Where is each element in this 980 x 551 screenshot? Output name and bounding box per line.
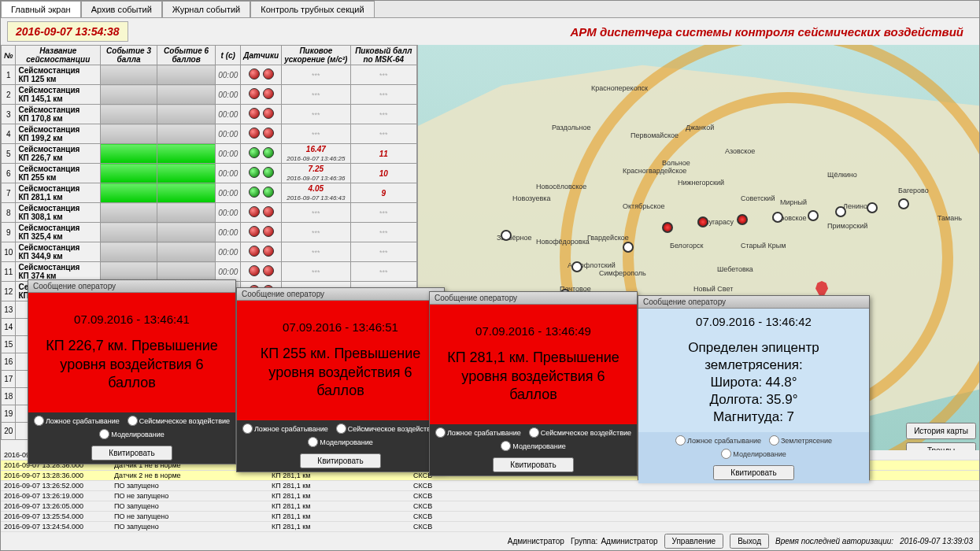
tab-1[interactable]: Архив событий [81,1,162,17]
map-station-icon[interactable] [697,216,708,227]
popup-option[interactable]: Ложное срабатывание [242,423,328,434]
city-label: Старый Крым [741,242,786,250]
city-label: Первомайское [631,131,679,139]
map-station-icon[interactable] [571,261,582,272]
event-3 [101,262,157,282]
map-station-icon[interactable] [867,202,878,213]
log-row[interactable]: 2016-09-07 13:26:05.000ПО запущеноКП 281… [1,501,979,512]
peak-accel: 16.472016-09-07 13:46:25 [282,144,351,164]
side-button[interactable]: Тренды [906,442,976,450]
log-row[interactable]: 2016-09-07 13:24:54.000ПО запущеноКП 281… [1,522,979,532]
popup-timestamp: 07.09.2016 - 13:46:41 [74,312,190,326]
city-label: Азовское [725,147,755,155]
popup-option[interactable]: Моделирование [721,449,786,459]
city-label: Белогорск [670,242,704,250]
map-station-icon[interactable] [623,242,634,253]
station-row[interactable]: 11СейсмостанцияКП 374 км00:00****** [2,262,417,282]
row-num: 2 [2,85,16,105]
time-c: 00:00 [216,65,241,85]
station-name: СейсмостанцияКП 281,1 км [16,183,101,203]
popup-timestamp: 07.09.2016 - 13:46:49 [475,324,591,338]
station-row[interactable]: 5СейсмостанцияКП 226,7 км00:0016.472016-… [2,144,417,164]
station-row[interactable]: 6СейсмостанцияКП 255 км00:007.252016-09-… [2,164,417,183]
row-num: 7 [2,183,16,203]
popup-option[interactable]: Ложное срабатывание [435,427,521,438]
map-station-icon[interactable] [772,212,783,223]
acknowledge-button[interactable]: Квитировать [713,465,793,480]
acknowledge-button[interactable]: Квитировать [300,453,380,468]
log-row[interactable]: 2016-09-07 13:25:54.000ПО не запущеноКП … [1,512,979,522]
time-c: 00:00 [216,183,241,203]
city-label: Нижнегорский [678,179,724,187]
city-label: Новофëдоровка [536,238,590,246]
station-name: СейсмостанцияКП 374 км [16,262,101,282]
event-6 [157,85,215,105]
event-6 [157,144,215,164]
exit-button[interactable]: Выход [730,534,769,549]
peak-msk: *** [350,262,416,282]
station-name: СейсмостанцияКП 199,2 км [16,124,101,144]
sensors [241,65,282,85]
event-6 [157,223,215,242]
popup-option[interactable]: Ложное срабатывание [34,416,120,426]
map-station-icon[interactable] [501,230,512,241]
tab-2[interactable]: Журнал событий [162,1,250,17]
col-header: Пиковый балл по MSK-64 [350,46,416,65]
event-3 [101,144,157,164]
row-num: 12 [2,282,16,301]
peak-accel: 7.252016-09-07 13:46:36 [282,164,351,183]
map-station-icon[interactable] [737,214,748,225]
log-row[interactable]: 2016-09-07 13:26:19.000ПО не запущеноКП … [1,491,979,501]
city-label: Октябрьское [623,202,664,210]
manage-button[interactable]: Управление [664,534,724,549]
station-row[interactable]: 2СейсмостанцияКП 145,1 км00:00****** [2,85,417,105]
station-row[interactable]: 10СейсмостанцияКП 344,9 км00:00****** [2,242,417,262]
tab-0[interactable]: Главный экран [1,1,81,17]
station-row[interactable]: 1СейсмостанцияКП 125 км00:00****** [2,65,417,85]
city-label: Щёлкино [827,171,857,179]
acknowledge-button[interactable]: Квитировать [91,446,172,460]
popup-option[interactable]: Сейсмическое воздействие [529,427,631,438]
row-num: 18 [2,388,16,405]
sensors [241,105,282,124]
peak-accel: *** [282,203,351,223]
popup-option[interactable]: Моделирование [99,429,164,439]
tab-3[interactable]: Контроль трубных секций [250,1,374,17]
popup-option[interactable]: Моделирование [501,441,565,451]
popup-title: Сообщение оператору [430,292,637,305]
popup-option[interactable]: Сейсмическое воздействие [128,416,230,426]
station-row[interactable]: 9СейсмостанцияКП 325,4 км00:00****** [2,223,417,242]
role: Администратор [601,537,657,545]
popup-option[interactable]: Сейсмическое воздействие [336,423,438,434]
event-6 [157,164,215,183]
row-num: 9 [2,223,16,242]
row-num: 16 [2,353,16,371]
city-label: Новый Свет [693,285,733,293]
role-display: Администратор [508,537,564,545]
popup-option[interactable]: Ложное срабатывание [675,435,761,446]
peak-msk: 10 [350,164,416,183]
peak-accel: *** [282,242,351,262]
popup-message: КП 226,7 км. Превышение уровня воздейств… [35,337,229,392]
station-row[interactable]: 8СейсмостанцияКП 308,1 км00:00****** [2,203,417,223]
event-6 [157,242,215,262]
peak-msk: *** [350,65,416,85]
popup-option[interactable]: Моделирование [308,437,372,447]
station-row[interactable]: 4СейсмостанцияКП 199,2 км00:00****** [2,124,417,144]
side-button[interactable]: История карты [906,423,976,439]
peak-msk: 9 [350,183,416,203]
popup-option[interactable]: Землетрясение [769,435,832,446]
map-station-icon[interactable] [808,210,819,221]
time-c: 00:00 [216,164,241,183]
station-row[interactable]: 3СейсмостанцияКП 170,8 км00:00****** [2,105,417,124]
event-3 [101,65,157,85]
row-num: 5 [2,144,16,164]
event-6 [157,203,215,223]
acknowledge-button[interactable]: Квитировать [493,457,573,472]
map-station-icon[interactable] [662,222,673,233]
row-num: 14 [2,319,16,336]
map-station-icon[interactable] [835,206,846,217]
map-station-icon[interactable] [898,198,909,209]
station-row[interactable]: 7СейсмостанцияКП 281,1 км00:004.052016-0… [2,183,417,203]
last-auth-label: Время последней авторизации: [775,537,893,545]
